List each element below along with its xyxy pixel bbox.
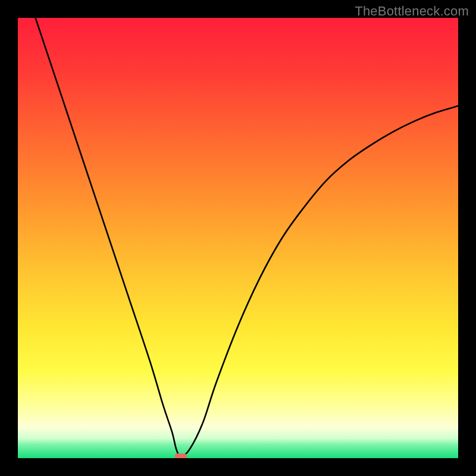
watermark-text: TheBottleneck.com [355, 4, 469, 19]
gradient-background [18, 18, 458, 458]
chart-svg [18, 18, 458, 458]
chart-frame [18, 18, 458, 458]
optimal-marker [175, 453, 187, 458]
